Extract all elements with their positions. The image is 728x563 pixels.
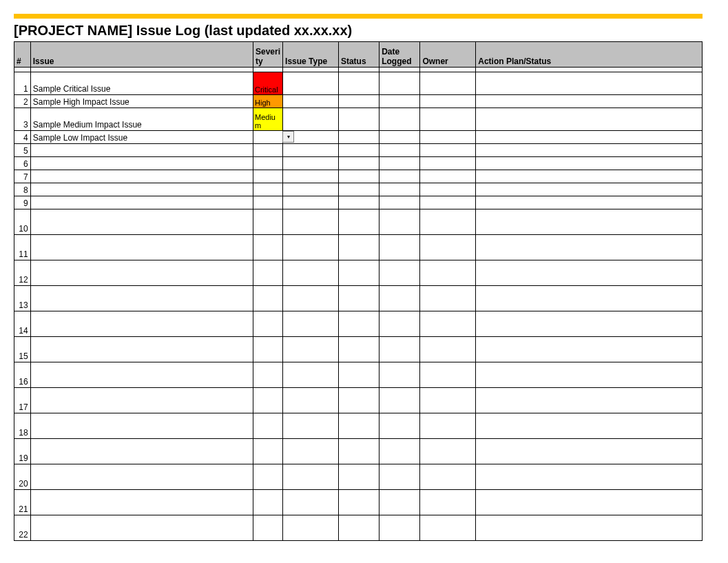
cell-date-logged[interactable] [379,388,420,413]
cell-owner[interactable] [420,388,476,413]
cell-severity[interactable]: ▾ [253,131,283,144]
cell-num[interactable]: 2 [14,95,31,108]
cell-date-logged[interactable] [379,196,420,209]
cell-status[interactable] [338,260,379,286]
cell-num[interactable]: 11 [14,235,31,260]
cell-issue[interactable] [30,144,253,157]
cell-severity[interactable] [253,286,283,311]
cell-action-plan[interactable] [476,72,703,95]
cell-action-plan[interactable] [476,260,703,286]
cell-issue-type[interactable] [283,286,339,311]
cell-num[interactable]: 18 [14,413,31,439]
cell-severity[interactable]: High [253,95,283,108]
cell-date-logged[interactable] [379,209,420,235]
cell-date-logged[interactable] [379,108,420,131]
cell-status[interactable] [338,286,379,311]
cell-action-plan[interactable] [476,108,703,131]
cell-severity[interactable] [253,337,283,362]
cell-owner[interactable] [420,362,476,388]
cell-issue-type[interactable] [283,388,339,413]
cell-num[interactable]: 14 [14,311,31,337]
cell-issue[interactable] [30,464,253,490]
cell-status[interactable] [338,439,379,464]
cell-action-plan[interactable] [476,95,703,108]
cell-num[interactable]: 4 [14,131,31,144]
cell-issue[interactable] [30,515,253,541]
cell-issue-type[interactable] [283,170,339,183]
cell-owner[interactable] [420,131,476,144]
cell-owner[interactable] [420,170,476,183]
dropdown-arrow-icon[interactable]: ▾ [282,131,294,143]
cell-owner[interactable] [420,490,476,515]
cell-action-plan[interactable] [476,170,703,183]
cell-severity[interactable] [253,144,283,157]
cell-status[interactable] [338,337,379,362]
cell-severity[interactable] [253,157,283,170]
cell-issue-type[interactable] [283,464,339,490]
cell-num[interactable]: 16 [14,362,31,388]
cell-owner[interactable] [420,439,476,464]
cell-status[interactable] [338,108,379,131]
cell-issue-type[interactable] [283,311,339,337]
cell-num[interactable]: 21 [14,490,31,515]
cell-action-plan[interactable] [476,235,703,260]
cell-action-plan[interactable] [476,286,703,311]
cell-date-logged[interactable] [379,413,420,439]
cell-severity[interactable]: Critical [253,72,283,95]
cell-issue[interactable] [30,490,253,515]
cell-issue[interactable]: Sample Medium Impact Issue [30,108,253,131]
cell-status[interactable] [338,72,379,95]
cell-owner[interactable] [420,196,476,209]
cell-num[interactable]: 8 [14,183,31,196]
cell-num[interactable]: 3 [14,108,31,131]
cell-action-plan[interactable] [476,196,703,209]
cell-severity[interactable] [253,260,283,286]
cell-num[interactable]: 13 [14,286,31,311]
cell-action-plan[interactable] [476,464,703,490]
cell-status[interactable] [338,388,379,413]
cell-issue-type[interactable] [283,362,339,388]
cell-date-logged[interactable] [379,286,420,311]
cell-date-logged[interactable] [379,131,420,144]
cell-severity[interactable] [253,196,283,209]
cell-status[interactable] [338,144,379,157]
cell-status[interactable] [338,157,379,170]
cell-issue-type[interactable] [283,260,339,286]
cell-owner[interactable] [420,72,476,95]
cell-status[interactable] [338,490,379,515]
cell-num[interactable]: 12 [14,260,31,286]
cell-date-logged[interactable] [379,515,420,541]
cell-status[interactable] [338,170,379,183]
cell-severity[interactable] [253,209,283,235]
cell-issue[interactable] [30,311,253,337]
cell-date-logged[interactable] [379,362,420,388]
cell-severity[interactable] [253,413,283,439]
cell-action-plan[interactable] [476,209,703,235]
cell-issue[interactable] [30,337,253,362]
cell-issue-type[interactable] [283,108,339,131]
cell-status[interactable] [338,235,379,260]
cell-status[interactable] [338,515,379,541]
cell-issue-type[interactable] [283,144,339,157]
cell-severity[interactable] [253,362,283,388]
cell-owner[interactable] [420,413,476,439]
cell-date-logged[interactable] [379,170,420,183]
cell-issue-type[interactable] [283,157,339,170]
cell-date-logged[interactable] [379,72,420,95]
cell-issue[interactable] [30,157,253,170]
cell-issue[interactable] [30,209,253,235]
cell-issue-type[interactable] [283,196,339,209]
cell-severity[interactable]: Medium [253,108,283,131]
cell-action-plan[interactable] [476,131,703,144]
cell-issue-type[interactable] [283,413,339,439]
cell-date-logged[interactable] [379,439,420,464]
cell-num[interactable]: 7 [14,170,31,183]
cell-issue-type[interactable] [283,183,339,196]
cell-issue[interactable] [30,388,253,413]
cell-num[interactable]: 9 [14,196,31,209]
cell-date-logged[interactable] [379,95,420,108]
cell-date-logged[interactable] [379,490,420,515]
cell-action-plan[interactable] [476,413,703,439]
cell-issue[interactable] [30,183,253,196]
cell-severity[interactable] [253,170,283,183]
